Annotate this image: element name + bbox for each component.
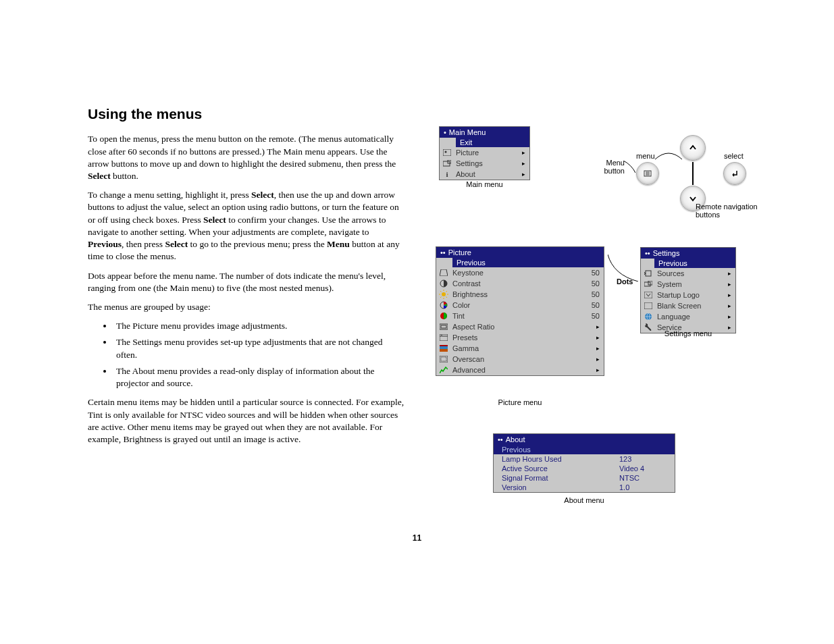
select-label: select (724, 152, 744, 160)
menu-highlight: Exit (456, 138, 529, 147)
menu-row: i About▸ (440, 169, 529, 180)
menu-button[interactable] (636, 162, 659, 185)
remote-caption: Remote navigation buttons (696, 203, 763, 219)
menu-highlight: Previous (452, 258, 604, 267)
about-row: Active SourceVideo 4 (494, 464, 675, 473)
page-number: 11 (0, 533, 834, 543)
menu-row: Settings▸ (440, 158, 529, 169)
svg-rect-0 (443, 149, 451, 156)
paragraph-4: The menus are grouped by usage: (88, 301, 405, 313)
main-menu-figure: •Main Menu Exit Picture▸ Settings▸ i Abo… (439, 126, 530, 180)
brightness-icon (439, 290, 448, 298)
menu-title-bar: ••About (494, 434, 675, 445)
svg-line-15 (446, 297, 448, 298)
presets-icon (439, 333, 448, 342)
svg-rect-27 (440, 345, 448, 346)
about-menu-figure: ••About Previous Lamp Hours Used123 Acti… (493, 433, 675, 493)
svg-point-9 (442, 292, 446, 296)
menu-highlight: Previous (654, 259, 735, 268)
settings-menu-caption: Settings menu (640, 329, 736, 338)
figures-column: •Main Menu Exit Picture▸ Settings▸ i Abo… (425, 105, 746, 452)
about-row: Version1.0 (494, 483, 675, 492)
language-icon (644, 313, 653, 321)
paragraph-2: To change a menu setting, highlight it, … (88, 189, 405, 263)
svg-point-1 (445, 151, 447, 153)
menu-row: System▸ (641, 279, 735, 290)
menu-row: Blank Screen▸ (641, 300, 735, 311)
menu-row: Contrast50 (436, 278, 604, 289)
overscan-icon (439, 355, 448, 363)
blank-screen-icon (644, 302, 653, 310)
gamma-icon (439, 344, 448, 352)
svg-rect-22 (440, 334, 448, 341)
paragraph-3: Dots appear before the menu name. The nu… (88, 270, 405, 294)
tint-icon (439, 312, 448, 320)
svg-rect-34 (644, 302, 652, 309)
menu-row: Tint50 (436, 311, 604, 321)
menu-highlight: Previous (494, 445, 675, 454)
aspect-icon (439, 323, 448, 331)
list-item: The About menu provides a read-only disp… (113, 365, 405, 390)
page-heading: Using the menus (88, 105, 405, 124)
about-row: Signal FormatNTSC (494, 473, 675, 483)
menu-title-bar: ••Settings (641, 248, 735, 259)
sources-icon (644, 269, 653, 277)
menu-title-bar: •Main Menu (440, 127, 529, 138)
svg-line-16 (440, 297, 442, 298)
menu-row: Startup Logo▸ (641, 290, 735, 300)
svg-rect-31 (644, 282, 650, 286)
advanced-icon (439, 366, 448, 374)
about-row: Lamp Hours Used123 (494, 454, 675, 464)
menu-row: Keystone50 (436, 267, 604, 278)
svg-rect-26 (440, 346, 448, 349)
menu-row: Gamma▸ (436, 343, 604, 354)
contrast-icon (439, 279, 448, 288)
menu-row: Sources▸ (641, 268, 735, 279)
about-menu-caption: About menu (493, 496, 675, 504)
settings-icon (442, 159, 452, 167)
menu-row: Overscan▸ (436, 354, 604, 365)
startup-logo-icon (644, 291, 653, 299)
svg-rect-33 (644, 292, 652, 298)
svg-rect-25 (440, 349, 448, 352)
svg-point-24 (441, 335, 442, 336)
main-menu-caption: Main menu (439, 180, 530, 188)
svg-rect-29 (441, 357, 446, 361)
paragraph-5: Certain menu items may be hidden until a… (88, 396, 405, 446)
svg-line-17 (446, 291, 448, 292)
menu-row: Presets▸ (436, 332, 604, 343)
paragraph-1: To open the menus, press the menu button… (88, 133, 405, 182)
text-column: Using the menus To open the menus, press… (88, 105, 405, 452)
list-item: The Settings menu provides set-up type a… (113, 336, 405, 360)
svg-line-14 (440, 291, 442, 292)
info-icon: i (442, 170, 452, 178)
color-icon (439, 301, 448, 309)
menu-row: Color50 (436, 300, 604, 311)
menu-row: Language▸ (641, 311, 735, 322)
menu-label: menu (636, 152, 655, 160)
menu-row: Aspect Ratio▸ (436, 321, 604, 332)
up-button[interactable] (680, 135, 706, 161)
menu-row: Advanced▸ (436, 365, 604, 375)
settings-menu-figure: ••Settings Previous Sources▸ System▸ Sta… (640, 247, 736, 333)
remote-diagram: menu select Menu button (591, 122, 746, 216)
system-icon (644, 280, 653, 288)
menu-row: Brightness50 (436, 289, 604, 300)
select-button[interactable] (723, 162, 746, 185)
picture-icon (442, 149, 452, 157)
svg-rect-30 (646, 271, 651, 276)
menu-row: Picture▸ (440, 147, 529, 158)
svg-rect-21 (441, 325, 446, 328)
picture-menu-caption: Picture menu (436, 398, 604, 406)
menu-title-bar: ••Picture (436, 247, 604, 258)
bullet-list: The Picture menu provides image adjustme… (88, 320, 405, 390)
menu-button-label: Menu button (591, 159, 625, 175)
keystone-icon (439, 269, 448, 277)
picture-menu-figure: ••Picture Previous Keystone50 Contrast50… (436, 246, 604, 376)
list-item: The Picture menu provides image adjustme… (113, 320, 405, 332)
